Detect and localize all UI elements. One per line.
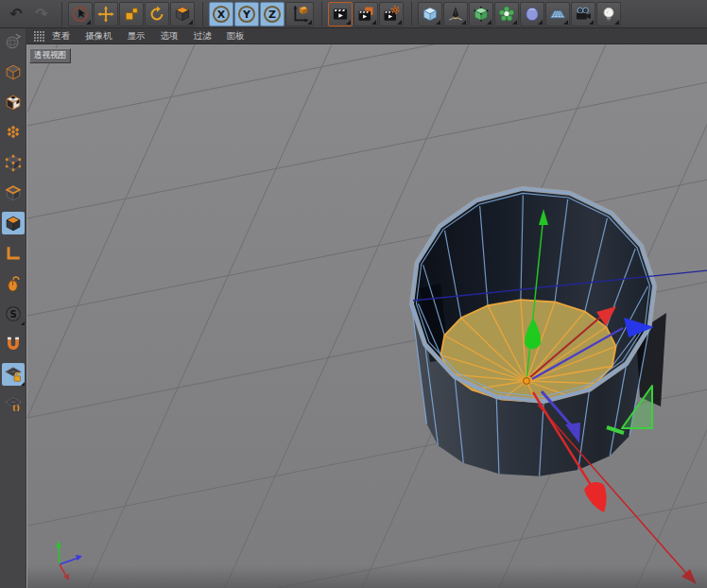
add-environment-button[interactable] (520, 2, 544, 26)
texture-mode-button[interactable] (2, 91, 25, 113)
coordinate-system-button[interactable] (285, 2, 314, 26)
rotate-tool-button[interactable] (145, 2, 169, 26)
lock-z-axis-button[interactable]: Z (260, 2, 285, 26)
scale-icon (122, 5, 141, 24)
x-axis-icon: X (211, 4, 232, 25)
toolbar-separator (196, 2, 203, 26)
menu-cameras[interactable]: 摄像机 (85, 30, 112, 43)
undo-button[interactable]: ↶ (4, 2, 28, 26)
render-settings-icon (382, 5, 401, 24)
rotate-icon (147, 5, 166, 24)
light-bulb-icon (599, 5, 618, 24)
locked-workplane-icon (4, 365, 23, 384)
generator-cube-icon (472, 5, 491, 24)
svg-text:Z: Z (268, 8, 276, 20)
enable-axis-button[interactable] (2, 242, 25, 265)
workplane-grid-button[interactable] (2, 393, 25, 416)
add-light-button[interactable] (596, 2, 621, 26)
enable-snap-button[interactable] (2, 333, 25, 355)
mode-sidebar: S (0, 28, 26, 588)
lock-x-axis-button[interactable]: X (209, 2, 233, 26)
move-icon (96, 5, 115, 24)
viewport-menubar: 查看 摄像机 显示 选项 过滤 面板 (26, 28, 707, 44)
mouse-icon (4, 274, 23, 293)
svg-text:S: S (9, 309, 16, 320)
y-axis-icon: Y (236, 4, 257, 25)
add-camera-button[interactable] (571, 2, 595, 26)
spline-pen-icon (446, 5, 465, 24)
undo-icon: ↶ (9, 7, 22, 22)
workplane-mode-icon (4, 123, 23, 142)
edges-mode-button[interactable] (2, 182, 25, 204)
edit-render-settings-button[interactable] (379, 2, 404, 26)
panel-grid-icon[interactable] (34, 31, 44, 42)
points-mode-icon (4, 153, 23, 172)
viewport-vignette (27, 565, 707, 588)
magnet-icon (4, 335, 23, 354)
camera-icon (573, 5, 594, 24)
viewport-label: 透视视图 (29, 48, 71, 63)
texture-mode-icon (4, 93, 23, 112)
menu-options[interactable]: 选项 (161, 30, 179, 43)
deformer-icon (497, 5, 516, 24)
coordinate-system-icon (288, 4, 311, 25)
toolbar-separator (405, 2, 412, 26)
model-mode-icon (4, 62, 23, 81)
render-view-button[interactable] (328, 2, 353, 26)
polygons-mode-icon (4, 214, 23, 233)
move-tool-button[interactable] (94, 2, 118, 26)
last-used-tool-button[interactable] (170, 2, 195, 26)
viewport-canvas[interactable] (27, 44, 707, 588)
polygons-mode-button[interactable] (2, 212, 25, 234)
add-cube-primitive-button[interactable] (418, 2, 442, 26)
add-floor-button[interactable] (545, 2, 570, 26)
z-axis-icon: Z (262, 4, 283, 25)
menu-view[interactable]: 查看 (52, 30, 70, 43)
svg-text:X: X (217, 8, 226, 20)
toolbar-separator (315, 2, 322, 26)
floor-grid-icon (548, 5, 567, 24)
environment-sphere-icon (523, 5, 542, 24)
lock-y-axis-button[interactable]: Y (234, 2, 259, 26)
menu-display[interactable]: 显示 (128, 30, 146, 43)
render-picture-viewer-icon (356, 5, 375, 24)
make-editable-button[interactable] (2, 30, 25, 53)
cube-primitive-icon (421, 5, 440, 24)
redo-icon: ↷ (35, 7, 47, 22)
snap-settings-button[interactable]: S (2, 303, 25, 325)
add-deformer-button[interactable] (494, 2, 519, 26)
make-editable-icon (4, 32, 23, 51)
main-toolbar: ↶ ↷ (0, 0, 707, 28)
redo-button[interactable]: ↷ (29, 2, 54, 26)
scale-tool-button[interactable] (119, 2, 144, 26)
render-to-picture-viewer-button[interactable] (354, 2, 378, 26)
model-mode-button[interactable] (2, 61, 25, 83)
live-selection-icon (71, 5, 90, 24)
svg-text:Y: Y (242, 8, 251, 20)
extrude-cube-icon (173, 5, 192, 24)
workplane-grid-icon (4, 395, 23, 414)
add-spline-button[interactable] (443, 2, 468, 26)
render-view-icon (331, 5, 350, 24)
workplane-mode-button[interactable] (2, 121, 25, 144)
toolbar-separator (55, 2, 62, 26)
snap-s-icon: S (4, 304, 23, 323)
menu-panel[interactable]: 面板 (227, 30, 245, 43)
points-mode-button[interactable] (2, 151, 25, 174)
gizmo-center (524, 378, 530, 385)
perspective-viewport[interactable]: 透视视图 (26, 44, 707, 588)
enable-axis-icon (4, 244, 23, 263)
live-selection-button[interactable] (68, 2, 93, 26)
tweak-mode-button[interactable] (2, 272, 25, 295)
locked-workplane-button[interactable] (2, 363, 25, 386)
edges-mode-icon (4, 183, 23, 202)
add-generator-button[interactable] (469, 2, 493, 26)
menu-filter[interactable]: 过滤 (194, 30, 212, 43)
